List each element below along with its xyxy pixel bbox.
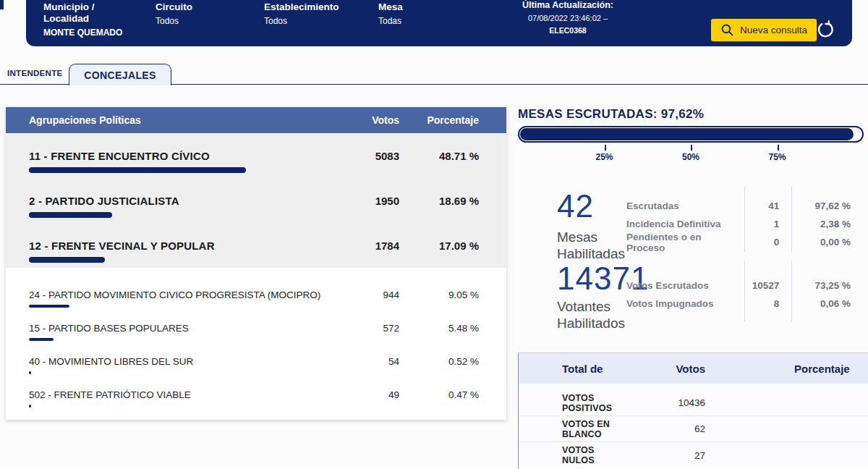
filters-header-bar: Municipio / Localidad MONTE QUEMADO Circ… bbox=[26, 0, 852, 46]
stat-pct: 2,38 % bbox=[779, 219, 851, 229]
totals-row-label: VOTOS NULOS bbox=[519, 445, 621, 465]
party-pct: 48.71 % bbox=[399, 150, 479, 162]
filter-circuito-value: Todos bbox=[156, 16, 242, 26]
stat-value: 41 bbox=[737, 200, 779, 211]
party-votes: 1784 bbox=[341, 240, 399, 252]
last-update-date: 07/08/2022 23:46:02 – bbox=[474, 14, 662, 22]
filter-mesa-value: Todas bbox=[378, 16, 465, 26]
filter-municipio-value: MONTE QUEMADO bbox=[43, 28, 130, 38]
stat-label: Escrutadas bbox=[626, 200, 737, 211]
party-pct: 5.48 % bbox=[399, 323, 479, 334]
refresh-button[interactable] bbox=[816, 20, 835, 39]
new-query-button[interactable]: Nueva consulta bbox=[711, 19, 817, 41]
totals-col-total-de: Total de bbox=[519, 363, 621, 375]
filter-municipio: Municipio / Localidad MONTE QUEMADO bbox=[43, 1, 130, 38]
scrutiny-progress-bar bbox=[518, 126, 864, 143]
party-pct: 18.69 % bbox=[399, 195, 479, 207]
party-pct: 17.09 % bbox=[399, 240, 479, 252]
tick-mark-25 bbox=[605, 145, 606, 151]
stat-row: Votos Escrutados 10527 73,25 % bbox=[626, 276, 851, 295]
col-header-agrupaciones: Agrupaciones Políticas bbox=[6, 114, 341, 126]
stat-row: Incidencia Definitiva 1 2,38 % bbox=[626, 215, 851, 233]
party-bar bbox=[29, 338, 54, 341]
filter-establecimiento-label: Establecimiento bbox=[264, 1, 351, 13]
party-name: 15 - PARTIDO BASES POPULARES bbox=[6, 323, 341, 334]
totals-col-votos: Votos bbox=[621, 363, 705, 375]
votantes-habilitados-block: 14371 Votantes Habilitados Votos Escruta… bbox=[518, 261, 851, 326]
filter-mesa: Mesa Todas bbox=[378, 1, 465, 26]
party-bar bbox=[29, 305, 69, 308]
stat-label: Pendientes o en Proceso bbox=[626, 232, 737, 253]
party-bar bbox=[29, 405, 31, 407]
totals-row-label: VOTOS EN BLANCO bbox=[519, 419, 621, 439]
party-bar bbox=[29, 212, 112, 218]
stat-label: Votos Impugnados bbox=[626, 298, 737, 309]
totals-table-header: Total de Votos Porcentaje bbox=[519, 353, 868, 384]
results-top-section: 11 - FRENTE ENCUENTRO CÍVICO 5083 48.71 … bbox=[6, 133, 506, 268]
search-icon bbox=[720, 23, 734, 37]
votantes-habilitados-label-line2: Habilitados bbox=[557, 315, 673, 331]
stat-value: 8 bbox=[737, 298, 779, 309]
tick-label-50: 50% bbox=[676, 152, 705, 162]
table-row: 12 - FRENTE VECINAL Y POPULAR 1784 17.09… bbox=[6, 223, 506, 268]
party-votes: 54 bbox=[341, 356, 399, 367]
party-bar bbox=[29, 257, 105, 263]
party-name: 2 - PARTIDO JUSTICIALISTA bbox=[6, 195, 341, 207]
party-votes: 944 bbox=[341, 290, 399, 300]
party-bar bbox=[29, 371, 31, 374]
totals-row-nulos: VOTOS NULOS 27 bbox=[519, 442, 868, 468]
party-votes: 1950 bbox=[341, 195, 399, 207]
table-row: 11 - FRENTE ENCUENTRO CÍVICO 5083 48.71 … bbox=[6, 133, 506, 178]
totals-row-label: VOTOS POSITIVOS bbox=[519, 393, 621, 413]
table-row: 502 - FRENTE PATRIÓTICO VIABLE 49 0.47 % bbox=[6, 378, 506, 411]
filter-circuito-label: Circuito bbox=[156, 1, 242, 13]
tick-mark-50 bbox=[691, 145, 692, 151]
last-update-label: Última Actualización: bbox=[474, 0, 662, 10]
tab-intendente[interactable]: INTENDENTE bbox=[7, 69, 62, 77]
filter-circuito: Circuito Todos bbox=[156, 1, 242, 26]
party-name: 40 - MOVIMIENTO LIBRES DEL SUR bbox=[6, 356, 341, 367]
party-bar bbox=[29, 167, 246, 173]
party-name: 502 - FRENTE PATRIÓTICO VIABLE bbox=[6, 389, 341, 400]
tick-label-75: 75% bbox=[763, 152, 792, 162]
totals-col-porcentaje: Porcentaje bbox=[794, 363, 868, 375]
filter-establecimiento: Establecimiento Todos bbox=[264, 1, 351, 26]
totals-row-positivos: VOTOS POSITIVOS 10436 bbox=[519, 390, 868, 416]
results-table-header: Agrupaciones Políticas Votos Porcentaje bbox=[6, 107, 506, 133]
filter-establecimiento-value: Todos bbox=[264, 16, 351, 26]
totals-row-blanco: VOTOS EN BLANCO 62 bbox=[519, 416, 868, 442]
tick-label-25: 25% bbox=[590, 152, 619, 162]
filter-municipio-label-line1: Municipio / bbox=[43, 1, 130, 13]
scrutiny-progress-fill bbox=[520, 128, 854, 140]
party-name: 24 - PARTIDO MOVIMIENTO CIVICO PROGRESIS… bbox=[6, 290, 341, 300]
stat-pct: 0,00 % bbox=[779, 237, 851, 248]
stat-value: 0 bbox=[737, 237, 779, 248]
stat-row: Pendientes o en Proceso 0 0,00 % bbox=[626, 233, 851, 251]
scrutiny-progress-ticks: 25% 50% 75% bbox=[518, 145, 864, 164]
totals-row-value: 62 bbox=[621, 423, 705, 434]
table-row: 2 - PARTIDO JUSTICIALISTA 1950 18.69 % bbox=[6, 178, 506, 223]
results-bottom-section: 24 - PARTIDO MOVIMIENTO CIVICO PROGRESIS… bbox=[6, 268, 506, 411]
filter-municipio-label-line2: Localidad bbox=[43, 13, 130, 25]
stat-pct: 0,06 % bbox=[779, 298, 851, 309]
totals-row-value: 27 bbox=[621, 450, 705, 461]
new-query-button-label: Nueva consulta bbox=[740, 25, 807, 35]
mesas-escrutadas-title: MESAS ESCRUTADAS: 97,62% bbox=[518, 107, 704, 122]
stat-label: Incidencia Definitiva bbox=[626, 219, 737, 229]
mesas-habilitadas-count: 42 bbox=[557, 190, 594, 223]
stat-row: Votos Impugnados 8 0,06 % bbox=[626, 295, 851, 313]
party-name: 11 - FRENTE ENCUENTRO CÍVICO bbox=[6, 150, 341, 162]
party-pct: 0.52 % bbox=[399, 356, 479, 367]
tab-concejales[interactable]: CONCEJALES bbox=[69, 64, 171, 85]
tick-mark-75 bbox=[778, 145, 779, 151]
cropped-panel-edge bbox=[0, 0, 4, 9]
election-results-page: Municipio / Localidad MONTE QUEMADO Circ… bbox=[0, 0, 868, 469]
stat-label: Votos Escrutados bbox=[626, 280, 737, 291]
last-update-code: ELEC0368 bbox=[474, 26, 662, 35]
table-row: 15 - PARTIDO BASES POPULARES 572 5.48 % bbox=[6, 311, 506, 345]
party-pct: 0.47 % bbox=[399, 389, 479, 400]
table-row: 24 - PARTIDO MOVIMIENTO CIVICO PROGRESIS… bbox=[6, 278, 506, 311]
totals-row-value: 10436 bbox=[621, 397, 705, 408]
stat-row: Escrutadas 41 97,62 % bbox=[626, 197, 851, 215]
totals-table: Total de Votos Porcentaje VOTOS POSITIVO… bbox=[518, 352, 868, 469]
